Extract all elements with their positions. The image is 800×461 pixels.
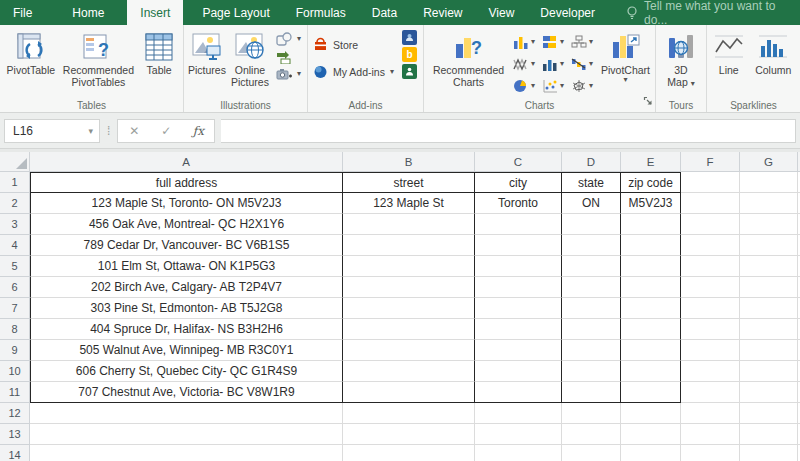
- cell-E9[interactable]: [621, 340, 681, 361]
- cell-E11[interactable]: [621, 382, 681, 403]
- cell-C7[interactable]: [475, 298, 562, 319]
- cell-G1[interactable]: [740, 172, 798, 193]
- cell-E7[interactable]: [621, 298, 681, 319]
- recommended-pivottables-button[interactable]: ? Recommended PivotTables: [60, 28, 138, 90]
- cell-D13[interactable]: [562, 424, 621, 445]
- cell-F13[interactable]: [681, 424, 740, 445]
- cancel-button[interactable]: ✕: [118, 124, 150, 138]
- store-button[interactable]: Store: [310, 36, 397, 53]
- tab-developer[interactable]: Developer: [527, 0, 608, 25]
- insert-3d-column-chart-button[interactable]: ▾: [540, 54, 569, 74]
- tab-insert[interactable]: Insert: [127, 0, 183, 25]
- cell-B13[interactable]: [343, 424, 475, 445]
- charts-dialog-launcher[interactable]: [643, 92, 653, 110]
- row-header-4[interactable]: 4: [0, 235, 30, 256]
- office-app-icon[interactable]: [402, 30, 417, 45]
- insert-function-button[interactable]: ƒx: [182, 124, 214, 138]
- cell-G2[interactable]: [740, 193, 798, 214]
- cell-E5[interactable]: [621, 256, 681, 277]
- cell-G5[interactable]: [740, 256, 798, 277]
- insert-radar-chart-button[interactable]: ▾: [569, 76, 598, 96]
- pivotchart-button[interactable]: PivotChart ▾: [598, 28, 653, 86]
- cell-C11[interactable]: [475, 382, 562, 403]
- cell-F5[interactable]: [681, 256, 740, 277]
- 3d-map-button[interactable]: 3D Map ▾: [658, 28, 704, 90]
- column-header-B[interactable]: B: [343, 152, 475, 172]
- row-header-12[interactable]: 12: [0, 403, 30, 424]
- cell-F10[interactable]: [681, 361, 740, 382]
- cell-G7[interactable]: [740, 298, 798, 319]
- cell-G8[interactable]: [740, 319, 798, 340]
- tab-home[interactable]: Home: [59, 0, 117, 25]
- cell-A3[interactable]: 456 Oak Ave, Montreal- QC H2X1Y6: [30, 214, 343, 235]
- cell-D14[interactable]: [562, 445, 621, 461]
- cell-B7[interactable]: [343, 298, 475, 319]
- table-button[interactable]: Table: [137, 28, 181, 78]
- row-header-1[interactable]: 1: [0, 172, 30, 193]
- column-header-G[interactable]: G: [740, 152, 798, 172]
- cell-C13[interactable]: [475, 424, 562, 445]
- cell-G3[interactable]: [740, 214, 798, 235]
- cell-D10[interactable]: [562, 361, 621, 382]
- cell-F9[interactable]: [681, 340, 740, 361]
- cell-F12[interactable]: [681, 403, 740, 424]
- cell-B9[interactable]: [343, 340, 475, 361]
- name-box[interactable]: L16 ▾: [4, 119, 100, 143]
- row-header-2[interactable]: 2: [0, 193, 30, 214]
- row-header-10[interactable]: 10: [0, 361, 30, 382]
- cell-G4[interactable]: [740, 235, 798, 256]
- cell-D4[interactable]: [562, 235, 621, 256]
- cell-E12[interactable]: [621, 403, 681, 424]
- name-box-caret-icon[interactable]: ▾: [88, 126, 99, 136]
- cell-G14[interactable]: [740, 445, 798, 461]
- tab-view[interactable]: View: [476, 0, 528, 25]
- screenshot-button[interactable]: ▾: [273, 67, 304, 81]
- cell-G12[interactable]: [740, 403, 798, 424]
- formula-bar-resize-handle[interactable]: ⁞: [100, 124, 117, 138]
- cell-B2[interactable]: 123 Maple St: [343, 193, 475, 214]
- cell-D1[interactable]: state: [562, 172, 621, 193]
- row-header-9[interactable]: 9: [0, 340, 30, 361]
- column-header-C[interactable]: C: [475, 152, 562, 172]
- cell-G10[interactable]: [740, 361, 798, 382]
- cell-B12[interactable]: [343, 403, 475, 424]
- cell-B4[interactable]: [343, 235, 475, 256]
- cell-D11[interactable]: [562, 382, 621, 403]
- cell-D8[interactable]: [562, 319, 621, 340]
- cell-A11[interactable]: 707 Chestnut Ave, Victoria- BC V8W1R9: [30, 382, 343, 403]
- cell-D3[interactable]: [562, 214, 621, 235]
- cell-C10[interactable]: [475, 361, 562, 382]
- tab-review[interactable]: Review: [410, 0, 475, 25]
- cell-G6[interactable]: [740, 277, 798, 298]
- cell-C8[interactable]: [475, 319, 562, 340]
- cell-B8[interactable]: [343, 319, 475, 340]
- online-pictures-button[interactable]: Online Pictures: [228, 28, 272, 90]
- formula-input[interactable]: [221, 119, 796, 143]
- cell-F14[interactable]: [681, 445, 740, 461]
- pictures-button[interactable]: Pictures: [186, 28, 228, 78]
- cell-E13[interactable]: [621, 424, 681, 445]
- row-header-8[interactable]: 8: [0, 319, 30, 340]
- tab-file[interactable]: File: [0, 0, 45, 25]
- cell-A6[interactable]: 202 Birch Ave, Calgary- AB T2P4V7: [30, 277, 343, 298]
- cell-A2[interactable]: 123 Maple St, Toronto- ON M5V2J3: [30, 193, 343, 214]
- cell-A10[interactable]: 606 Cherry St, Quebec City- QC G1R4S9: [30, 361, 343, 382]
- cell-D7[interactable]: [562, 298, 621, 319]
- cell-B6[interactable]: [343, 277, 475, 298]
- my-addins-button[interactable]: My Add-ins ▾: [310, 63, 397, 80]
- cell-E3[interactable]: [621, 214, 681, 235]
- cell-F3[interactable]: [681, 214, 740, 235]
- cell-C4[interactable]: [475, 235, 562, 256]
- recommended-charts-button[interactable]: ? Recommended Charts: [426, 28, 511, 90]
- people-graph-app-icon[interactable]: [402, 64, 417, 79]
- cell-F2[interactable]: [681, 193, 740, 214]
- cell-G11[interactable]: [740, 382, 798, 403]
- cell-A8[interactable]: 404 Spruce Dr, Halifax- NS B3H2H6: [30, 319, 343, 340]
- cell-B3[interactable]: [343, 214, 475, 235]
- cell-E14[interactable]: [621, 445, 681, 461]
- cell-B10[interactable]: [343, 361, 475, 382]
- cell-C3[interactable]: [475, 214, 562, 235]
- smartart-button[interactable]: [273, 49, 304, 65]
- cell-D2[interactable]: ON: [562, 193, 621, 214]
- cell-F6[interactable]: [681, 277, 740, 298]
